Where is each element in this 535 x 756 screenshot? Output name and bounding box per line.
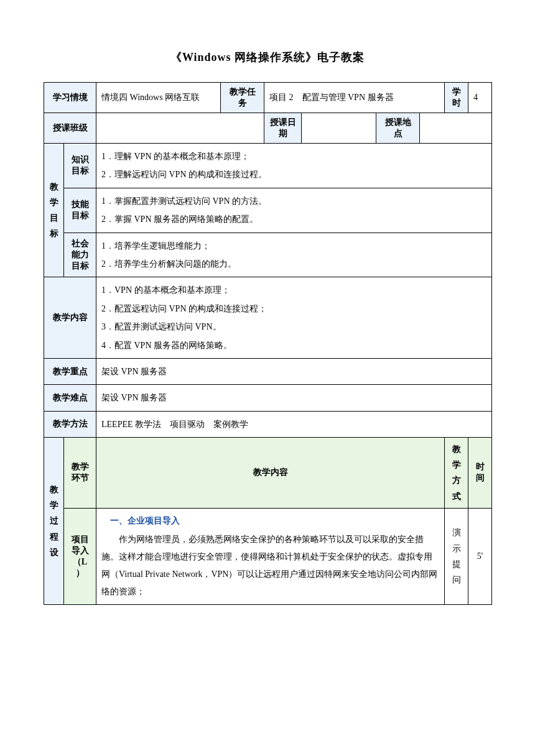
- method-label: 教学方法: [44, 411, 96, 437]
- task-value: 项目 2 配置与管理 VPN 服务器: [264, 83, 445, 113]
- step1-paragraph: 作为网络管理员，必须熟悉网络安全保护的各种策略环节以及可以采取的安全措施。这样才…: [101, 531, 439, 601]
- lesson-plan-table: 学习情境 情境四 Windows 网络互联 教学任务 项目 2 配置与管理 VP…: [44, 82, 492, 605]
- row-process-step1: 项目 导入 （L） 一、企业项目导入 作为网络管理员，必须熟悉网络安全保护的各种…: [44, 508, 492, 604]
- row-content: 教学内容 1．VPN 的基本概念和基本原理； 2．配置远程访问 VPN 的构成和…: [44, 277, 492, 359]
- row-context: 学习情境 情境四 Windows 网络互联 教学任务 项目 2 配置与管理 VP…: [44, 83, 492, 113]
- place-value: [420, 113, 492, 144]
- process-header-time: 时间: [468, 438, 492, 509]
- row-process-header: 教 学 过 程 设 教学 环节 教学内容 教 学 方 式 时间: [44, 438, 492, 509]
- hours-label: 学时: [445, 83, 468, 113]
- social-items: 1．培养学生逻辑思维能力； 2．培养学生分析解决问题的能力。: [96, 233, 492, 277]
- row-class-info: 授课班级 授课日期 授课地点: [44, 113, 492, 144]
- class-label: 授课班级: [44, 113, 96, 144]
- page-title: 《Windows 网络操作系统》电子教案: [44, 50, 491, 65]
- skill-label: 技能 目标: [64, 188, 96, 233]
- process-header-content: 教学内容: [96, 438, 445, 509]
- knowledge-label: 知识 目标: [64, 144, 96, 188]
- process-header-step: 教学 环节: [64, 438, 96, 509]
- step1-content: 一、企业项目导入 作为网络管理员，必须熟悉网络安全保护的各种策略环节以及可以采取…: [96, 508, 445, 604]
- row-social-objective: 社会 能力 目标 1．培养学生逻辑思维能力； 2．培养学生分析解决问题的能力。: [44, 233, 492, 277]
- row-difficulty: 教学难点 架设 VPN 服务器: [44, 385, 492, 411]
- objectives-group-label: 教 学 目 标: [44, 144, 64, 277]
- row-focus: 教学重点 架设 VPN 服务器: [44, 358, 492, 384]
- focus-label: 教学重点: [44, 358, 96, 384]
- task-label: 教学任务: [221, 83, 264, 113]
- difficulty-label: 教学难点: [44, 385, 96, 411]
- social-label: 社会 能力 目标: [64, 233, 96, 277]
- date-label: 授课日期: [264, 113, 302, 144]
- place-label: 授课地点: [376, 113, 420, 144]
- knowledge-items: 1．理解 VPN 的基本概念和基本原理； 2．理解远程访问 VPN 的构成和连接…: [96, 144, 492, 188]
- content-label: 教学内容: [44, 277, 96, 359]
- row-method: 教学方法 LEEPEE 教学法 项目驱动 案例教学: [44, 411, 492, 437]
- content-items: 1．VPN 的基本概念和基本原理； 2．配置远程访问 VPN 的构成和连接过程；…: [96, 277, 492, 359]
- hours-value: 4: [468, 83, 492, 113]
- step1-section-title: 一、企业项目导入: [101, 512, 439, 530]
- class-value: [96, 113, 264, 144]
- step1-mode: 演 示 提 问: [445, 508, 468, 604]
- process-header-mode: 教 学 方 式: [445, 438, 468, 509]
- row-skill-objective: 技能 目标 1．掌握配置并测试远程访问 VPN 的方法。 2．掌握 VPN 服务…: [44, 188, 492, 233]
- step1-time: 5': [468, 508, 492, 604]
- date-value: [302, 113, 376, 144]
- focus-value: 架设 VPN 服务器: [96, 358, 492, 384]
- row-knowledge-objective: 教 学 目 标 知识 目标 1．理解 VPN 的基本概念和基本原理； 2．理解远…: [44, 144, 492, 188]
- context-label: 学习情境: [44, 83, 96, 113]
- context-value: 情境四 Windows 网络互联: [96, 83, 221, 113]
- step1-label: 项目 导入 （L）: [64, 508, 96, 604]
- skill-items: 1．掌握配置并测试远程访问 VPN 的方法。 2．掌握 VPN 服务器的网络策略…: [96, 188, 492, 233]
- process-group-label: 教 学 过 程 设: [44, 438, 64, 605]
- difficulty-value: 架设 VPN 服务器: [96, 385, 492, 411]
- method-value: LEEPEE 教学法 项目驱动 案例教学: [96, 411, 492, 437]
